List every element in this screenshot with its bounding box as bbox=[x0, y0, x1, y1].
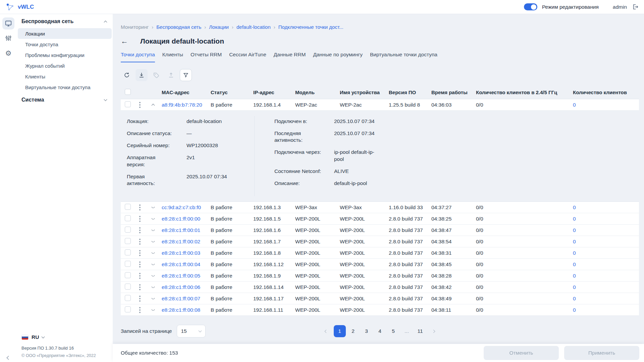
breadcrumb-item[interactable]: Беспроводная сеть bbox=[156, 24, 201, 30]
kebab-menu-icon[interactable] bbox=[138, 272, 142, 280]
sidebar-item[interactable]: Клиенты bbox=[18, 71, 112, 82]
sidebar-item[interactable]: Локации bbox=[18, 28, 112, 39]
row-expand-icon[interactable] bbox=[151, 241, 155, 242]
row-checkbox[interactable] bbox=[125, 284, 131, 290]
row-expand-icon[interactable] bbox=[151, 275, 155, 277]
mac-cell[interactable]: cc:9d:a2:c7:cb:f0 bbox=[162, 204, 211, 210]
clients-cell[interactable]: 0 bbox=[573, 261, 636, 267]
page-button[interactable]: 3 bbox=[361, 325, 373, 337]
clients-cell[interactable]: 0 bbox=[573, 227, 636, 233]
tab[interactable]: Сессии AirTune bbox=[229, 52, 266, 62]
row-checkbox[interactable] bbox=[125, 295, 131, 301]
clients-cell[interactable]: 0 bbox=[573, 284, 636, 290]
edit-mode-toggle[interactable] bbox=[524, 3, 537, 10]
tab[interactable]: Клиенты bbox=[162, 52, 183, 62]
row-expand-icon[interactable] bbox=[151, 230, 155, 231]
row-checkbox[interactable] bbox=[125, 215, 131, 221]
tab[interactable]: Точки доступа bbox=[121, 52, 155, 62]
tab[interactable]: Данные RRM bbox=[274, 52, 306, 62]
mac-cell[interactable]: e8:28:c1:ff:00:02 bbox=[162, 239, 211, 245]
sidebar-item[interactable]: Журнал событий bbox=[18, 60, 112, 71]
tag-button[interactable] bbox=[150, 69, 162, 81]
row-checkbox[interactable] bbox=[125, 238, 131, 244]
tab[interactable]: Данные по роумингу bbox=[313, 52, 363, 62]
clients-cell[interactable]: 0 bbox=[573, 273, 636, 279]
row-checkbox[interactable] bbox=[125, 101, 131, 107]
row-expand-icon[interactable] bbox=[151, 298, 155, 299]
kebab-menu-icon[interactable] bbox=[138, 237, 142, 246]
breadcrumb-item[interactable]: Подключенные точки дост... bbox=[278, 24, 343, 30]
sidebar-item[interactable]: Проблемы конфигурации bbox=[18, 50, 112, 60]
mac-cell[interactable]: e8:28:c1:ff:00:04 bbox=[162, 261, 211, 267]
kebab-menu-icon[interactable] bbox=[138, 294, 142, 303]
page-button[interactable]: 5 bbox=[387, 325, 399, 337]
app-logo[interactable]: vWLC bbox=[5, 2, 34, 12]
row-expand-icon[interactable] bbox=[151, 104, 155, 107]
refresh-button[interactable] bbox=[121, 69, 133, 81]
sidebar-section-system[interactable]: Система bbox=[17, 93, 113, 107]
upload-button[interactable] bbox=[165, 69, 177, 81]
page-button[interactable]: 11 bbox=[414, 325, 426, 337]
page-button[interactable]: 1 bbox=[334, 325, 346, 337]
clients-cell[interactable]: 0 bbox=[573, 216, 636, 222]
row-checkbox[interactable] bbox=[125, 89, 131, 95]
kebab-menu-icon[interactable] bbox=[138, 226, 142, 235]
rail-tune-button[interactable] bbox=[2, 32, 14, 44]
row-expand-icon[interactable] bbox=[151, 252, 155, 254]
mac-cell[interactable]: e8:28:c1:ff:00:07 bbox=[162, 296, 211, 302]
mac-cell[interactable]: e8:28:c1:ff:00:03 bbox=[162, 250, 211, 256]
tab[interactable]: Отчеты RRM bbox=[191, 52, 222, 62]
filter-button[interactable] bbox=[180, 69, 192, 81]
clients-cell[interactable]: 0 bbox=[573, 296, 636, 302]
user-name[interactable]: admin bbox=[613, 4, 627, 10]
sidebar-section-wireless[interactable]: Беспроводная сеть bbox=[17, 14, 113, 28]
row-expand-icon[interactable] bbox=[151, 287, 155, 288]
mac-cell[interactable]: e8:28:c1:ff:00:06 bbox=[162, 284, 211, 290]
row-expand-icon[interactable] bbox=[151, 309, 155, 311]
apply-button[interactable]: Применить bbox=[564, 346, 639, 360]
row-checkbox[interactable] bbox=[125, 227, 131, 233]
mac-cell[interactable]: a8:f9:4b:b7:78:20 bbox=[162, 102, 211, 108]
kebab-menu-icon[interactable] bbox=[138, 306, 142, 314]
cancel-button[interactable]: Отменить bbox=[484, 346, 559, 360]
mac-cell[interactable]: e8:28:c1:ff:00:05 bbox=[162, 273, 211, 279]
clients-cell[interactable]: 0 bbox=[573, 250, 636, 256]
mac-cell[interactable]: e8:28:c1:ff:00:01 bbox=[162, 227, 211, 233]
row-checkbox[interactable] bbox=[125, 306, 131, 312]
rail-settings-button[interactable]: ⚙ bbox=[2, 47, 14, 59]
rail-monitoring-button[interactable] bbox=[2, 17, 14, 29]
back-button[interactable]: ← bbox=[121, 38, 128, 45]
kebab-menu-icon[interactable] bbox=[138, 203, 142, 212]
sidebar-item[interactable]: Точки доступа bbox=[18, 39, 112, 50]
clients-cell[interactable]: 0 bbox=[573, 204, 636, 210]
kebab-menu-icon[interactable] bbox=[138, 101, 142, 109]
language-selector[interactable]: RU bbox=[21, 334, 113, 340]
row-expand-icon[interactable] bbox=[151, 207, 155, 208]
breadcrumb-item[interactable]: default-location bbox=[236, 24, 271, 30]
download-button[interactable] bbox=[136, 69, 148, 81]
sidebar-collapse-button[interactable] bbox=[0, 356, 17, 359]
kebab-menu-icon[interactable] bbox=[138, 215, 142, 223]
kebab-menu-icon[interactable] bbox=[138, 260, 142, 269]
clients-cell[interactable]: 0 bbox=[573, 307, 636, 313]
row-checkbox[interactable] bbox=[125, 249, 131, 255]
page-prev-icon[interactable] bbox=[320, 325, 332, 337]
page-next-icon[interactable] bbox=[428, 325, 440, 337]
page-button[interactable]: 4 bbox=[374, 325, 386, 337]
per-page-select[interactable]: 15 bbox=[177, 325, 206, 338]
clients-cell[interactable]: 0 bbox=[573, 239, 636, 245]
clients-cell[interactable]: 0 bbox=[573, 102, 636, 108]
logout-icon[interactable] bbox=[632, 3, 639, 10]
kebab-menu-icon[interactable] bbox=[138, 283, 142, 292]
row-checkbox[interactable] bbox=[125, 261, 131, 267]
row-checkbox[interactable] bbox=[125, 272, 131, 278]
row-checkbox[interactable] bbox=[125, 204, 131, 210]
mac-cell[interactable]: e8:28:c1:ff:00:08 bbox=[162, 307, 211, 313]
mac-cell[interactable]: e8:28:c1:ff:00:00 bbox=[162, 216, 211, 222]
sidebar-item[interactable]: Виртуальные точки доступа bbox=[18, 82, 112, 93]
row-expand-icon[interactable] bbox=[151, 218, 155, 220]
breadcrumb-item[interactable]: Локации bbox=[209, 24, 229, 30]
kebab-menu-icon[interactable] bbox=[138, 249, 142, 257]
page-button[interactable]: 2 bbox=[347, 325, 359, 337]
row-expand-icon[interactable] bbox=[151, 264, 155, 265]
